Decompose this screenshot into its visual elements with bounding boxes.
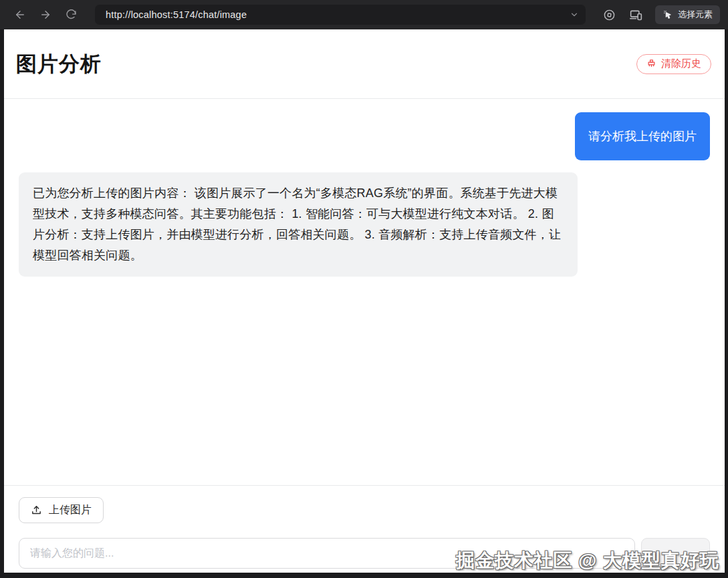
user-message-row: 请分析我上传的图片 bbox=[19, 112, 710, 160]
upload-image-label: 上传图片 bbox=[49, 503, 92, 517]
url-bar[interactable]: http://localhost:5174/chat/image bbox=[95, 5, 586, 25]
reload-icon[interactable] bbox=[62, 5, 80, 24]
assistant-message-row: 已为您分析上传的图片内容： 该图片展示了一个名为“多模态RAG系统”的界面。系统… bbox=[19, 172, 710, 277]
chat-area: 请分析我上传的图片 已为您分析上传的图片内容： 该图片展示了一个名为“多模态RA… bbox=[4, 99, 725, 485]
clear-history-button[interactable]: 清除历史 bbox=[636, 54, 711, 74]
cursor-icon bbox=[662, 9, 673, 20]
chat-footer: 上传图片 bbox=[4, 485, 725, 573]
url-text[interactable]: http://localhost:5174/chat/image bbox=[106, 9, 570, 20]
upload-icon bbox=[31, 504, 42, 516]
select-element-label: 选择元素 bbox=[678, 9, 713, 21]
clear-brush-icon bbox=[646, 59, 656, 69]
send-button[interactable] bbox=[641, 538, 710, 569]
question-input[interactable] bbox=[19, 538, 635, 569]
chevron-down-icon[interactable] bbox=[570, 10, 579, 19]
page-title: 图片分析 bbox=[16, 50, 102, 78]
upload-image-button[interactable]: 上传图片 bbox=[19, 497, 104, 523]
page-header: 图片分析 清除历史 bbox=[4, 29, 725, 99]
browser-toolbar: http://localhost:5174/chat/image 选择元素 bbox=[0, 0, 728, 29]
assistant-message-bubble: 已为您分析上传的图片内容： 该图片展示了一个名为“多模态RAG系统”的界面。系统… bbox=[19, 172, 578, 277]
forward-icon[interactable] bbox=[36, 5, 55, 24]
user-message-bubble: 请分析我上传的图片 bbox=[575, 112, 710, 160]
chat-page: 图片分析 清除历史 请分析我上传的图片 已为您分析上传的图片内容： 该图片展示了… bbox=[4, 29, 725, 573]
back-icon[interactable] bbox=[11, 5, 29, 24]
input-row bbox=[19, 538, 710, 569]
clear-history-label: 清除历史 bbox=[661, 57, 701, 70]
browser-window: http://localhost:5174/chat/image 选择元素 图片… bbox=[0, 0, 728, 578]
target-icon[interactable] bbox=[599, 5, 619, 25]
select-element-button[interactable]: 选择元素 bbox=[655, 5, 720, 24]
devices-icon[interactable] bbox=[626, 5, 646, 25]
